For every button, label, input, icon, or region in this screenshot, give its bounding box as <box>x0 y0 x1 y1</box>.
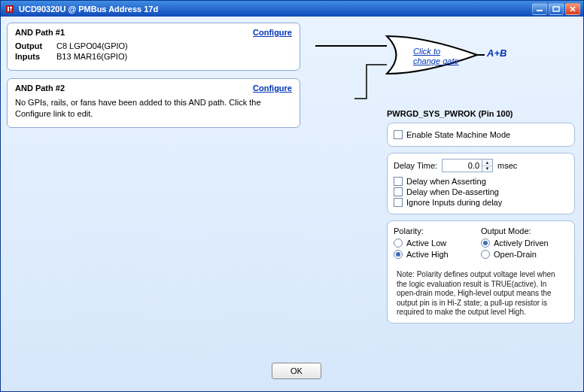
and-path-2-title: AND Path #2 <box>15 84 253 93</box>
ignore-inputs-checkbox[interactable] <box>394 198 403 207</box>
gate-diagram: Click to change gate A+B <box>315 27 511 110</box>
minimize-button[interactable] <box>532 3 547 15</box>
delay-time-units: msec <box>497 161 517 170</box>
output-mode-actively-driven-radio[interactable] <box>481 239 490 248</box>
polarity-heading: Polarity: <box>394 226 481 236</box>
output-pin-heading: PWRGD_SYS_PWROK (Pin 100) <box>387 109 575 118</box>
output-panel: PWRGD_SYS_PWROK (Pin 100) Enable State M… <box>387 109 575 330</box>
close-button[interactable] <box>565 3 580 15</box>
and-path-1-configure-link[interactable]: Configure <box>253 28 292 37</box>
window-controls <box>532 3 580 15</box>
and-path-1-title: AND Path #1 <box>15 28 253 37</box>
ti-logo-icon <box>5 5 14 14</box>
and-path-2-configure-link[interactable]: Configure <box>253 84 292 93</box>
svg-rect-3 <box>11 7 11 11</box>
maximize-button[interactable] <box>549 3 564 15</box>
and-path-1-output-label: Output <box>15 41 56 50</box>
delay-deasserting-label: Delay when De-asserting <box>406 187 499 196</box>
enable-state-machine-group: Enable State Machine Mode <box>387 123 575 147</box>
svg-rect-0 <box>6 5 14 13</box>
gate-expression: A+B <box>487 47 506 59</box>
svg-rect-1 <box>8 7 9 11</box>
change-gate-link[interactable]: Click to change gate <box>413 47 459 66</box>
output-mode-open-drain-label: Open-Drain <box>494 250 537 259</box>
window-titlebar: UCD90320U @ PMBus Address 17d <box>0 0 584 17</box>
and-path-1-output-value: C8 LGPO04(GPIO) <box>56 41 128 50</box>
and-path-1-card: AND Path #1 Configure Output C8 LGPO04(G… <box>7 23 300 71</box>
polarity-active-low-radio[interactable] <box>394 239 403 248</box>
delay-deasserting-checkbox[interactable] <box>394 187 403 196</box>
ok-button[interactable]: OK <box>272 363 321 379</box>
ignore-inputs-label: Ignore Inputs during delay <box>406 198 502 207</box>
delay-asserting-label: Delay when Asserting <box>406 177 486 186</box>
polarity-active-high-radio[interactable] <box>394 250 403 259</box>
delay-group: Delay Time: 0.0 ▲ ▼ msec Delay when <box>387 153 575 214</box>
delay-time-label: Delay Time: <box>394 161 437 170</box>
polarity-output-mode-group: Polarity: Active Low Active High Output … <box>387 220 575 324</box>
window-title: UCD90320U @ PMBus Address 17d <box>19 5 528 14</box>
enable-state-machine-checkbox[interactable] <box>394 130 403 139</box>
polarity-active-high-label: Active High <box>406 250 449 259</box>
output-mode-heading: Output Mode: <box>481 226 568 236</box>
delay-time-spinner[interactable]: ▲ ▼ <box>482 159 493 172</box>
output-mode-open-drain-radio[interactable] <box>481 250 490 259</box>
enable-state-machine-label: Enable State Machine Mode <box>406 130 510 139</box>
svg-rect-5 <box>553 7 559 11</box>
chevron-down-icon[interactable]: ▼ <box>482 166 492 172</box>
output-mode-actively-driven-label: Actively Driven <box>494 239 549 248</box>
svg-rect-4 <box>537 10 543 11</box>
and-path-1-inputs-label: Inputs <box>15 52 56 61</box>
delay-asserting-checkbox[interactable] <box>394 177 403 186</box>
or-gate-icon <box>315 27 511 110</box>
and-path-2-empty-message: No GPIs, rails, or fans have been added … <box>15 97 292 120</box>
polarity-note: Note: Polarity defines output voltage le… <box>394 270 568 318</box>
and-path-1-inputs-value: B13 MAR16(GPIO) <box>56 52 127 61</box>
and-path-2-card: AND Path #2 Configure No GPIs, rails, or… <box>7 78 300 128</box>
polarity-active-low-label: Active Low <box>406 239 446 248</box>
delay-time-input[interactable]: 0.0 <box>442 159 482 172</box>
chevron-up-icon[interactable]: ▲ <box>482 160 492 166</box>
client-area: AND Path #1 Configure Output C8 LGPO04(G… <box>0 17 584 392</box>
